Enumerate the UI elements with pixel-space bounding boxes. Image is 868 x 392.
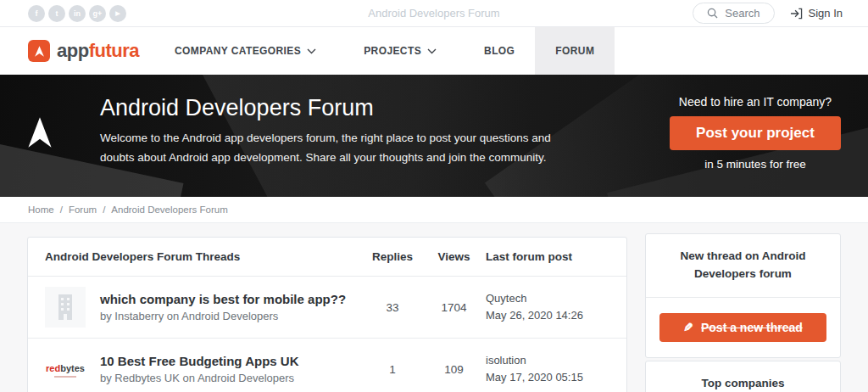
hero-cta: Need to hire an IT company? Post your pr… xyxy=(670,95,841,171)
cta-heading: Need to hire an IT company? xyxy=(670,95,841,109)
breadcrumb-forum[interactable]: Forum xyxy=(69,204,97,215)
nav-item-blog[interactable]: BLOG xyxy=(464,27,535,75)
twitter-icon[interactable]: t xyxy=(48,5,65,22)
linkedin-icon[interactable]: in xyxy=(69,5,86,22)
appfutura-logo[interactable]: appfutura xyxy=(28,27,139,75)
chevron-down-icon xyxy=(427,48,437,54)
col-header-last-post: Last forum post xyxy=(486,250,611,263)
top-utility-bar: f t in g+ ▶ Android Developers Forum Sea… xyxy=(0,0,868,27)
breadcrumb-current: Android Developers Forum xyxy=(111,204,227,215)
topbar-actions: Search Sign In xyxy=(693,3,843,24)
nav-item-projects[interactable]: PROJECTS xyxy=(343,27,457,75)
social-links: f t in g+ ▶ xyxy=(28,5,126,22)
thread-last-post: isolution May 17, 2020 05:15 xyxy=(486,352,611,386)
col-header-replies: Replies xyxy=(363,250,422,263)
youtube-icon[interactable]: ▶ xyxy=(109,5,126,22)
last-post-date: May 26, 2020 14:26 xyxy=(486,307,611,324)
new-thread-card: New thread on Android Developers forum ✎… xyxy=(645,233,841,358)
last-post-author-link[interactable]: Quytech xyxy=(486,290,611,307)
thread-last-post: Quytech May 26, 2020 14:26 xyxy=(486,290,611,324)
nav-item-company-categories[interactable]: COMPANY CATEGORIES xyxy=(154,27,337,75)
post-your-project-button[interactable]: Post your project xyxy=(670,116,841,150)
sign-in-button[interactable]: Sign In xyxy=(790,7,843,20)
table-row: redbytes 10 Best Free Budgeting Apps UK … xyxy=(28,338,626,392)
appfutura-logo-text: appfutura xyxy=(57,40,139,62)
forum-arrow-icon xyxy=(25,115,54,153)
thread-title-link[interactable]: which company is best for mobile app?? xyxy=(100,292,363,306)
new-thread-card-title: New thread on Android Developers forum xyxy=(646,234,840,298)
table-row: which company is best for mobile app?? b… xyxy=(28,277,626,338)
main-nav: appfutura COMPANY CATEGORIES PROJECTS BL… xyxy=(0,27,868,75)
facebook-icon[interactable]: f xyxy=(28,5,45,22)
pen-icon: ✎ xyxy=(683,321,693,334)
thread-replies-count: 1 xyxy=(363,363,422,376)
breadcrumb-home[interactable]: Home xyxy=(28,204,54,215)
last-post-date: May 17, 2020 05:15 xyxy=(486,369,611,386)
top-companies-title: Top companies xyxy=(646,377,840,389)
nav-item-forum[interactable]: FORUM xyxy=(535,27,615,75)
thread-replies-count: 33 xyxy=(363,301,422,314)
breadcrumb: Home / Forum / Android Developers Forum xyxy=(0,197,868,223)
col-header-views: Views xyxy=(422,250,486,263)
hero-banner: Android Developers Forum Welcome to the … xyxy=(0,75,868,197)
search-button[interactable]: Search xyxy=(693,3,774,24)
cta-subtext: in 5 minutes for free xyxy=(670,158,841,171)
post-new-thread-label: Post a new thread xyxy=(701,321,803,334)
thread-info: 10 Best Free Budgeting Apps UK by Redbyt… xyxy=(86,354,363,384)
threads-table-header: Android Developers Forum Threads Replies… xyxy=(28,238,626,277)
last-post-author-link[interactable]: isolution xyxy=(486,352,611,369)
thread-byline: by Redbytes UK on Android Developers xyxy=(100,372,363,384)
search-label: Search xyxy=(725,7,760,20)
thread-views-count: 109 xyxy=(422,363,486,376)
post-new-thread-button[interactable]: ✎ Post a new thread xyxy=(659,313,826,342)
hero-description: Welcome to the Android app developers fo… xyxy=(100,129,575,167)
thread-views-count: 1704 xyxy=(422,301,486,314)
breadcrumb-separator: / xyxy=(103,204,105,215)
thread-info: which company is best for mobile app?? b… xyxy=(86,292,363,322)
redbytes-logo: redbytes xyxy=(45,349,86,389)
threads-header-title: Android Developers Forum Threads xyxy=(45,250,363,263)
building-icon xyxy=(45,287,86,328)
sign-in-icon xyxy=(790,8,803,20)
appfutura-logo-icon xyxy=(28,40,50,62)
google-plus-icon[interactable]: g+ xyxy=(89,5,106,22)
threads-card: Android Developers Forum Threads Replies… xyxy=(27,237,627,392)
thread-byline: by Instaberry on Android Developers xyxy=(100,310,363,322)
sign-in-label: Sign In xyxy=(809,7,843,20)
search-icon xyxy=(707,8,718,19)
top-companies-card: Top companies xyxy=(645,361,841,392)
nav-items: COMPANY CATEGORIES PROJECTS BLOG FORUM xyxy=(154,27,615,75)
hero-title: Android Developers Forum xyxy=(100,95,374,121)
thread-title-link[interactable]: 10 Best Free Budgeting Apps UK xyxy=(100,354,363,368)
chevron-down-icon xyxy=(307,48,316,54)
breadcrumb-separator: / xyxy=(60,204,63,215)
